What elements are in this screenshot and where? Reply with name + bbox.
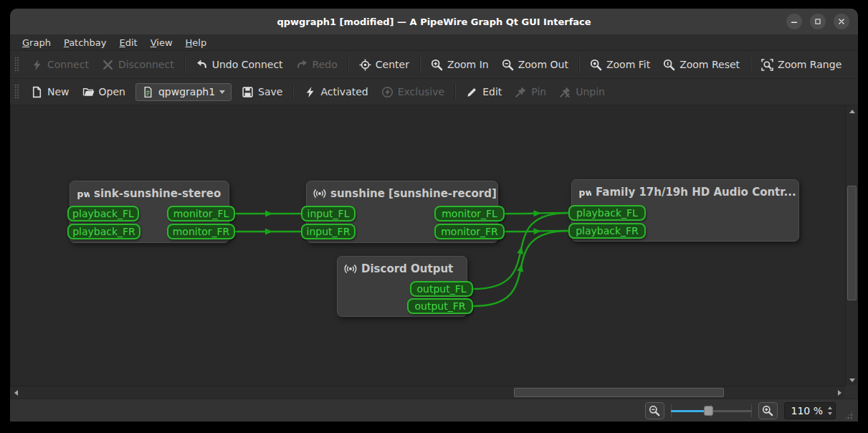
- arrow-right-icon: [838, 390, 841, 396]
- button-label: Undo Connect: [212, 59, 283, 70]
- connection-arrow-icon: [265, 229, 273, 235]
- patchbay-selector-combobox[interactable]: qpwgraph1: [135, 83, 232, 101]
- center-button[interactable]: Center: [353, 56, 416, 74]
- button-label: Save: [258, 86, 282, 97]
- zoom-percent-value[interactable]: 110 %: [791, 405, 823, 417]
- menu-edit[interactable]: Edit: [113, 36, 144, 49]
- button-label: Disconnect: [118, 59, 174, 70]
- button-label: Exclusive: [398, 86, 444, 97]
- zoom-reset-button[interactable]: Zoom Reset: [657, 56, 746, 74]
- port-discord-output-output_FL[interactable]: output_FL: [410, 281, 473, 297]
- zoom-percent-spinbox[interactable]: 110 %: [784, 402, 836, 419]
- button-label: Zoom Out: [518, 59, 568, 70]
- node-header: sunshine [sunshine-record]: [307, 181, 497, 200]
- button-label: Zoom Fit: [606, 59, 650, 70]
- connect-button[interactable]: Connect: [24, 56, 95, 74]
- activated-button[interactable]: Activated: [297, 83, 374, 101]
- combobox-value: qpwgraph1: [158, 86, 215, 97]
- port-sink-sunshine-stereo-playback_FL[interactable]: playback_FL: [67, 206, 139, 222]
- graph-canvas[interactable]: pwsink-sunshine-stereoplayback_FLplaybac…: [10, 105, 845, 386]
- zoom-range-button[interactable]: Zoom Range: [755, 56, 848, 74]
- win-maximize-icon: [813, 16, 823, 27]
- center-icon: [359, 59, 371, 71]
- redo-button[interactable]: Redo: [290, 56, 344, 74]
- toolbar-separator: [292, 84, 294, 100]
- arrow-up-icon: [849, 110, 855, 113]
- connect-icon: [31, 59, 43, 71]
- port-sunshine-input_FL[interactable]: input_FL: [301, 206, 356, 222]
- horizontal-scrollbar-thumb[interactable]: [514, 388, 724, 397]
- open-button[interactable]: Open: [76, 83, 132, 101]
- zoom-slider[interactable]: [671, 402, 752, 419]
- vertical-scrollbar[interactable]: [845, 105, 858, 386]
- button-label: Redo: [313, 59, 338, 70]
- zoom-in-button[interactable]: [758, 402, 778, 419]
- bolt-circle-icon: [381, 86, 394, 98]
- broadcast-icon: [313, 187, 326, 200]
- menu-help[interactable]: Help: [179, 36, 214, 49]
- connection-arrow-icon: [533, 210, 541, 217]
- zoom-in-button[interactable]: Zoom In: [424, 56, 495, 74]
- port-sunshine-monitor_FR[interactable]: monitor_FR: [434, 224, 505, 239]
- exclusive-button[interactable]: Exclusive: [375, 83, 451, 101]
- spin-down-button[interactable]: [828, 412, 832, 415]
- button-label: Activated: [320, 86, 368, 97]
- spin-up-button[interactable]: [828, 406, 832, 409]
- unpin-button[interactable]: Unpin: [553, 83, 611, 101]
- toolbar-separator: [419, 57, 421, 72]
- port-discord-output-output_FR[interactable]: output_FR: [407, 298, 473, 314]
- close-button[interactable]: [834, 14, 849, 29]
- vertical-scrollbar-thumb[interactable]: [847, 186, 857, 300]
- win-minimize-icon: [789, 16, 799, 27]
- zoom-slider-handle[interactable]: [704, 406, 713, 416]
- pin-button[interactable]: Pin: [508, 83, 553, 101]
- menu-bar: GraphPatchbayEditViewHelp: [10, 34, 858, 51]
- status-bar: 110 %: [10, 399, 858, 422]
- port-sunshine-monitor_FL[interactable]: monitor_FL: [434, 206, 505, 222]
- canvas-area: pwsink-sunshine-stereoplayback_FLplaybac…: [10, 105, 858, 399]
- toolbar-drag-handle[interactable]: [14, 84, 19, 100]
- menu-view[interactable]: View: [144, 36, 179, 49]
- title-bar: qpwgraph1 [modified] — A PipeWire Graph …: [10, 9, 858, 34]
- scroll-down-button[interactable]: [846, 374, 858, 386]
- port-sink-sunshine-stereo-monitor_FL[interactable]: monitor_FL: [167, 206, 235, 222]
- new-file-icon: [31, 86, 43, 98]
- window-resize-grip[interactable]: [844, 410, 854, 420]
- port-sink-sunshine-stereo-playback_FR[interactable]: playback_FR: [67, 224, 140, 239]
- button-label: New: [47, 86, 70, 97]
- disconnect-button[interactable]: Disconnect: [95, 56, 181, 74]
- scroll-up-button[interactable]: [846, 105, 858, 117]
- node-title: Discord Output: [361, 262, 453, 275]
- unpin-icon: [559, 86, 571, 98]
- connection-arrow-icon: [265, 211, 273, 217]
- node-title: Family 17h/19h HD Audio Contr...: [596, 186, 796, 199]
- scroll-right-button[interactable]: [834, 386, 845, 399]
- port-family-audio-playback_FR[interactable]: playback_FR: [568, 223, 646, 239]
- menu-patchbay[interactable]: Patchbay: [57, 36, 113, 49]
- zoom-out-button[interactable]: [645, 402, 664, 419]
- zoom-in-icon: [762, 405, 773, 417]
- port-family-audio-playback_FL[interactable]: playback_FL: [568, 205, 646, 221]
- edit-button[interactable]: Edit: [459, 83, 508, 101]
- app-window: qpwgraph1 [modified] — A PipeWire Graph …: [10, 9, 858, 422]
- maximize-button[interactable]: [810, 14, 826, 29]
- undo-connect-button[interactable]: Undo Connect: [189, 56, 290, 74]
- port-sink-sunshine-stereo-monitor_FR[interactable]: monitor_FR: [167, 224, 235, 239]
- new-button[interactable]: New: [24, 83, 76, 101]
- zoom-out-button[interactable]: Zoom Out: [495, 56, 575, 74]
- save-button[interactable]: Save: [235, 83, 289, 101]
- minimize-button[interactable]: [786, 14, 802, 29]
- slider-fill: [671, 410, 709, 412]
- toolbar-separator: [454, 84, 456, 100]
- button-label: Unpin: [576, 86, 605, 97]
- port-sunshine-input_FR[interactable]: input_FR: [301, 224, 356, 239]
- svg-text:pw: pw: [77, 189, 90, 199]
- horizontal-scrollbar[interactable]: [10, 386, 845, 399]
- toolbar-drag-handle[interactable]: [14, 57, 19, 72]
- zoom-fit-button[interactable]: Zoom Fit: [583, 56, 657, 74]
- open-folder-icon: [82, 86, 95, 98]
- scroll-left-button[interactable]: [10, 386, 22, 399]
- bolt-icon: [304, 86, 316, 98]
- menu-graph[interactable]: Graph: [16, 36, 57, 49]
- toolbar-separator: [348, 57, 349, 72]
